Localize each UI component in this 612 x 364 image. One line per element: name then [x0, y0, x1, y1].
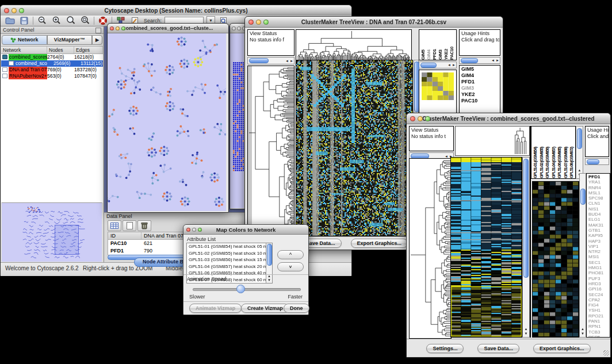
- column-label[interactable]: YKE2: [443, 30, 449, 60]
- row-dendrogram-2[interactable]: [409, 158, 452, 339]
- zoom-button[interactable]: [19, 8, 24, 13]
- column-label[interactable]: GPL51-01 (GSM854): [533, 127, 539, 178]
- birdseye-overview[interactable]: [2, 202, 102, 262]
- table-row[interactable]: RNAPuberNov2+ 563(0) 107847(0): [1, 73, 103, 79]
- scroll-right-icon[interactable]: ►: [495, 58, 500, 63]
- network1-titlebar[interactable]: combined_scores_good.txt--cluste...: [108, 24, 228, 33]
- gene-item[interactable]: KAP95: [588, 233, 610, 238]
- zoom-button[interactable]: [198, 228, 202, 232]
- gene-item[interactable]: BUD4: [588, 212, 610, 217]
- labels-hscrollbar[interactable]: ◄►: [419, 62, 457, 68]
- gene-item[interactable]: GTB1: [588, 228, 610, 233]
- scroll-left-icon[interactable]: ◄: [491, 58, 495, 63]
- network2-canvas[interactable]: [230, 33, 244, 208]
- gene-item[interactable]: RNR4: [588, 185, 610, 190]
- labels-vscrollbar[interactable]: ▲ ▼: [576, 126, 583, 179]
- scroll-right-icon[interactable]: ►: [452, 62, 456, 68]
- minimize-button[interactable]: [418, 116, 423, 121]
- move-up-button[interactable]: ^: [277, 250, 304, 259]
- zoom-out-icon[interactable]: [36, 16, 48, 26]
- save-icon[interactable]: [18, 16, 30, 26]
- speed-slider-thumb[interactable]: [236, 285, 245, 293]
- zoom-button[interactable]: [121, 26, 125, 30]
- column-label[interactable]: GPL51-08 (GSM872): [569, 127, 575, 178]
- gene-item[interactable]: HMG1: [588, 265, 610, 270]
- gene-item[interactable]: VIP1: [588, 244, 610, 249]
- column-label[interactable]: GPL51-07 (GSM868): [563, 127, 569, 178]
- delete-attribute-icon[interactable]: [137, 220, 151, 231]
- gene-item[interactable]: MSL1: [588, 190, 610, 196]
- heatmap-canvas[interactable]: [296, 60, 412, 236]
- treeview-button[interactable]: Settings...: [426, 344, 464, 353]
- create-vizmap-button[interactable]: Create Vizmap: [241, 304, 289, 313]
- list-item[interactable]: GPL51-03 (GSM856) heat shock 15 min: [187, 256, 266, 263]
- treeview-button[interactable]: Save Data...: [477, 344, 519, 353]
- heatmap-1[interactable]: [296, 60, 413, 236]
- list-item[interactable]: GPL51-06 (GSM865) heat shock 40 min: [187, 270, 266, 277]
- column-label[interactable]: GPL51-03 (GSM856): [545, 127, 551, 178]
- gene-item[interactable]: PAN1: [588, 319, 610, 324]
- close-button[interactable]: [4, 8, 9, 13]
- zoom-fit-icon[interactable]: [79, 16, 91, 26]
- gene-item[interactable]: MAK31: [588, 223, 610, 228]
- table-row[interactable]: combined_scores 2764(0) 16218(0): [1, 54, 103, 60]
- gene-item[interactable]: PFD1: [588, 174, 610, 179]
- genelist-vscrollbar[interactable]: ▲ ▼: [579, 173, 586, 338]
- minimize-button[interactable]: [192, 228, 196, 232]
- heatmap-canvas[interactable]: [451, 158, 522, 337]
- gene-item[interactable]: RPN1: [588, 324, 610, 329]
- network2-titlebar[interactable]: [230, 24, 245, 33]
- network1-canvas[interactable]: [108, 33, 226, 211]
- table-row[interactable]: combined_sco 2569(6) 13112(15): [1, 60, 103, 67]
- close-button[interactable]: [232, 26, 236, 30]
- speed-slider-track[interactable]: [193, 288, 301, 291]
- treeview2-titlebar[interactable]: ClusterMaker TreeView : combined_scores_…: [407, 113, 610, 124]
- list-item[interactable]: GPL51-02 (GSM855) heat shock 10 min: [187, 250, 266, 257]
- gene-item[interactable]: PHO81: [588, 270, 610, 275]
- scroll-left-icon[interactable]: ◄: [447, 62, 452, 68]
- column-label[interactable]: GIM3: [438, 30, 443, 60]
- zoom-button[interactable]: [263, 20, 269, 25]
- minimize-button[interactable]: [237, 26, 241, 30]
- col-network[interactable]: Network: [1, 47, 47, 53]
- gene-item[interactable]: TCB3: [588, 329, 610, 335]
- animate-vizmap-button[interactable]: Animate Vizmap: [189, 304, 242, 313]
- gene-item[interactable]: FIG4: [588, 302, 610, 308]
- treeview1-titlebar[interactable]: ClusterMaker TreeView : DNA and Tran 07-…: [245, 17, 503, 28]
- col-edges[interactable]: Edges: [74, 47, 103, 53]
- column-label[interactable]: GIM5: [420, 30, 426, 60]
- gene-item[interactable]: GIM4: [461, 72, 500, 79]
- float-panel-icon[interactable]: [95, 28, 101, 33]
- gene-item[interactable]: CLN1: [588, 201, 610, 206]
- gene-item[interactable]: SPC98: [588, 196, 610, 201]
- minimize-button[interactable]: [12, 8, 17, 13]
- zoom-button[interactable]: [425, 116, 430, 121]
- scrollbar-thumb[interactable]: [577, 128, 582, 149]
- column-label[interactable]: GPL51-04 (GSM857): [551, 127, 557, 178]
- gene-item[interactable]: RPO21: [588, 313, 610, 319]
- gene-item[interactable]: GIM3: [461, 85, 500, 91]
- column-dendrogram-canvas[interactable]: [456, 127, 529, 155]
- scroll-left-icon[interactable]: ◄: [285, 58, 289, 64]
- minimize-button[interactable]: [256, 20, 261, 25]
- column-label[interactable]: PFD1: [432, 30, 438, 60]
- scroll-down-icon[interactable]: ▼: [580, 332, 586, 336]
- list-item[interactable]: GPL51-04 (GSM857) heat shock 20 min: [187, 263, 266, 270]
- close-button[interactable]: [110, 26, 114, 30]
- usage-hints-hscrollbar[interactable]: ◄►: [459, 57, 500, 64]
- gene-item[interactable]: SEC1: [588, 260, 610, 265]
- column-label[interactable]: GIM4: [426, 30, 432, 60]
- zoom-in-icon[interactable]: [51, 16, 62, 26]
- scrollbar-thumb[interactable]: [587, 159, 599, 164]
- scrollbar-thumb[interactable]: [580, 189, 586, 205]
- gene-item[interactable]: PAC10: [461, 98, 500, 104]
- row-dendrogram-canvas[interactable]: [410, 159, 451, 338]
- scroll-up-icon[interactable]: ▲: [266, 274, 272, 278]
- zoom-heatmap[interactable]: [532, 181, 579, 338]
- gene-item[interactable]: MSI1: [588, 254, 610, 259]
- resize-grip[interactable]: [603, 350, 609, 356]
- done-button[interactable]: Done: [284, 304, 309, 313]
- gene-item[interactable]: ELG1: [588, 217, 610, 222]
- list-item[interactable]: GPL51-01 (GSM854) heat shock 05 min: [187, 243, 266, 250]
- column-label[interactable]: PAC10: [449, 30, 455, 60]
